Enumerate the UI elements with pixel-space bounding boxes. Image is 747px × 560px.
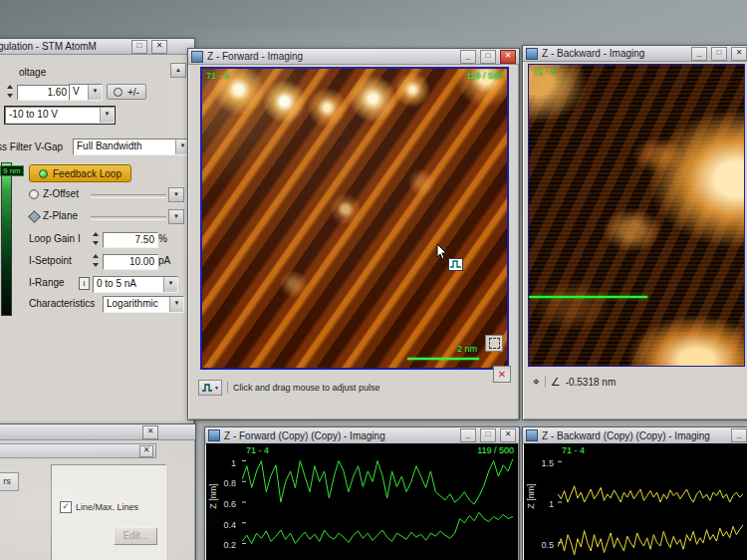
chevron-down-icon: ▼: [100, 108, 114, 123]
region-select-icon[interactable]: [485, 335, 503, 352]
frame-counter-overlay: 71 - 4: [562, 445, 585, 455]
tab-colors[interactable]: rs: [0, 472, 19, 491]
loop-gain-spinner[interactable]: [91, 232, 100, 245]
voltage-spinner[interactable]: [5, 85, 14, 98]
voltage-range-select[interactable]: -10 to 10 V ▼: [5, 107, 115, 124]
minimize-icon[interactable]: _: [460, 428, 476, 442]
forward-chart-title: Z - Forward (Copy) (Copy) - Imaging: [224, 430, 456, 441]
position-indicator-icon[interactable]: ⌖: [533, 375, 540, 389]
maximize-icon[interactable]: □: [480, 50, 496, 64]
window-icon: [526, 429, 538, 441]
scan-position-line: [529, 296, 647, 298]
regulation-panel-window: gulation - STM AtomM □ ✕ ▲ oltage 1.60 V…: [0, 38, 195, 432]
z-reading-value: -0.5318 nm: [566, 377, 617, 388]
stm-backward-image[interactable]: 71 - 4: [528, 64, 745, 367]
z-plane-label: Z-Plane: [43, 210, 78, 221]
i-setpoint-field[interactable]: 10.00: [103, 254, 158, 270]
abort-icon[interactable]: ✕: [493, 366, 511, 383]
chevron-down-icon: ▼: [88, 85, 102, 100]
voltage-section-label: oltage: [19, 67, 46, 78]
filter-select[interactable]: Full Bandwidth ▼: [73, 139, 190, 155]
forward-titlebar[interactable]: Z - Forward - Imaging _ □ ✕: [188, 49, 519, 65]
y-tick-label: 0.5: [532, 539, 554, 551]
loop-gain-label: Loop Gain I: [29, 233, 81, 244]
z-offset-expand-icon[interactable]: ▼: [168, 187, 184, 202]
mouse-cursor-icon: [436, 243, 448, 261]
close-icon[interactable]: ✕: [139, 445, 153, 457]
forward-profile-chart: [242, 445, 513, 559]
characteristics-label: Characteristics: [29, 298, 95, 309]
plus-minus-button[interactable]: +/-: [107, 84, 146, 100]
backward-statusbar: ⌖ ∠ -0.5318 nm: [533, 375, 744, 389]
pulse-icon: [201, 383, 213, 393]
voltage-unit-select[interactable]: V ▼: [69, 84, 103, 101]
chart-trace-upper: [242, 459, 513, 505]
feedback-loop-button[interactable]: Feedback Loop: [29, 164, 131, 182]
forward-chart-plot[interactable]: Z [nm] 10.80.60.40.2 71 - 4 119 / 500: [206, 443, 518, 560]
y-tick-label: 1: [532, 498, 554, 510]
backward-chart-plot[interactable]: Z [nm] 1.510.5 71 - 4: [524, 443, 747, 560]
divider: [227, 382, 228, 394]
y-tick-label: 0.6: [214, 498, 236, 510]
regulation-panel-titlebar[interactable]: gulation - STM AtomM □ ✕: [0, 39, 194, 55]
restore-icon[interactable]: □: [131, 40, 147, 54]
y-axis-ticks: 10.80.60.40.2: [216, 443, 238, 560]
line-max-lines-option[interactable]: ✓ Line/Max. Lines: [60, 501, 138, 513]
backward-chart-title: Z - Backward (Copy) (Copy) - Imaging: [542, 430, 727, 441]
divider: [91, 194, 166, 198]
led-on-icon: [39, 169, 48, 178]
characteristics-select[interactable]: Logarithmic ▼: [103, 296, 184, 313]
scroll-up-icon[interactable]: ▲: [170, 63, 186, 78]
z-plane-icon: [28, 210, 41, 223]
forward-title: Z - Forward - Imaging: [207, 51, 456, 62]
forward-chart-titlebar[interactable]: Z - Forward (Copy) (Copy) - Imaging _ □ …: [205, 427, 519, 444]
edit-button[interactable]: Edit...: [114, 527, 157, 545]
i-range-label: I-Range: [29, 277, 65, 288]
minimize-icon[interactable]: _: [731, 428, 747, 442]
status-hint-text: Click and drag mouse to adjust pulse: [233, 383, 380, 393]
line-counter-overlay: 119 / 500: [466, 71, 503, 81]
close-icon[interactable]: ✕: [500, 428, 516, 442]
checkbox-checked-icon[interactable]: ✓: [60, 501, 72, 513]
options-panel: ✓ Line/Max. Lines Edit...: [51, 464, 166, 560]
tool-dialog-titlebar[interactable]: ✕: [0, 424, 195, 440]
backward-titlebar[interactable]: Z - Backward - Imaging _ □ ✕: [523, 46, 747, 62]
chevron-down-icon: ▼: [169, 297, 183, 312]
maximize-icon[interactable]: □: [480, 428, 496, 442]
voltage-value-field[interactable]: 1.60: [17, 85, 71, 101]
pulse-tool-button[interactable]: ▼: [198, 380, 222, 396]
line-counter-overlay: 119 / 500: [477, 445, 514, 455]
y-tick-label: 0.4: [214, 519, 236, 531]
frame-counter-overlay: 71 - 4: [206, 71, 229, 81]
info-icon: i: [79, 277, 90, 290]
minimize-icon[interactable]: _: [691, 47, 707, 61]
y-tick-label: 0.8: [214, 477, 236, 489]
divider: [91, 216, 166, 220]
docked-panel-titlebar[interactable]: ✕: [0, 443, 156, 458]
frame-counter-overlay: 71 - 4: [533, 67, 556, 77]
i-setpoint-unit: pA: [158, 255, 170, 266]
backward-chart-titlebar[interactable]: Z - Backward (Copy) (Copy) - Imaging _: [523, 427, 747, 444]
close-icon[interactable]: ✕: [142, 425, 158, 439]
close-icon[interactable]: ✕: [731, 47, 747, 61]
i-setpoint-spinner[interactable]: [91, 254, 100, 267]
close-icon[interactable]: ✕: [151, 40, 167, 54]
maximize-icon[interactable]: □: [711, 47, 727, 61]
z-plane-expand-icon[interactable]: ▼: [168, 209, 184, 224]
pulse-cursor-icon: [448, 258, 463, 271]
minimize-icon[interactable]: _: [460, 50, 476, 64]
chevron-down-icon: ▼: [163, 277, 177, 292]
z-offset-icon: [29, 189, 39, 199]
forward-statusbar: ▼ Click and drag mouse to adjust pulse: [198, 380, 479, 396]
window-icon: [208, 429, 220, 441]
angle-icon: ∠: [551, 376, 561, 389]
loop-gain-field[interactable]: 7.50: [103, 232, 158, 248]
desktop: gulation - STM AtomM □ ✕ ▲ oltage 1.60 V…: [0, 0, 747, 560]
stm-forward-image[interactable]: 71 - 4 119 / 500 2 nm: [200, 67, 509, 370]
close-icon[interactable]: ✕: [500, 50, 516, 64]
y-tick-label: 0.2: [214, 539, 236, 551]
y-tick-label: 1: [214, 457, 236, 469]
scale-bar-label: 2 nm: [457, 344, 477, 354]
i-range-select[interactable]: 0 to 5 nA ▼: [93, 276, 178, 293]
chevron-down-icon: ▼: [214, 385, 219, 391]
